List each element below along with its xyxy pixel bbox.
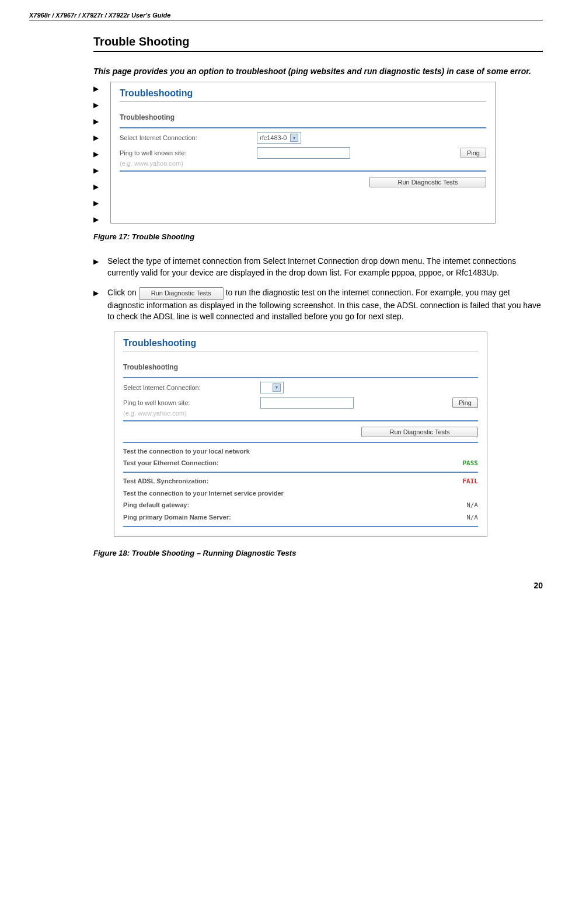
instruction-list: ▶ Select the type of internet connection…: [93, 256, 543, 323]
figure-18-caption: Figure 18: Trouble Shooting – Running Di…: [93, 549, 543, 557]
figure-17-caption: Figure 17: Trouble Shooting: [93, 232, 543, 241]
divider: [123, 442, 478, 443]
screenshot-troubleshooting-2: Troubleshooting Troubleshooting Select I…: [114, 332, 487, 537]
ping-label: Ping to well known site:: [120, 149, 248, 156]
divider: [123, 377, 478, 378]
divider: [123, 420, 478, 421]
section-title: Trouble Shooting: [93, 35, 543, 52]
arrow-bullets: ▶ ▶ ▶ ▶ ▶ ▶ ▶ ▶ ▶: [93, 82, 99, 224]
bullet-text-1: Select the type of internet connection f…: [107, 256, 543, 278]
divider: [120, 127, 486, 128]
ping-button[interactable]: Ping: [452, 398, 478, 408]
select-connection-dropdown[interactable]: ▾: [260, 382, 284, 393]
panel-subtitle: Troubleshooting: [123, 363, 478, 371]
test-ethernet-result: PASS: [463, 459, 479, 467]
divider: [123, 472, 478, 473]
ping-hint: (e.g. www.yahoo.com): [123, 410, 478, 417]
test-gateway-result: N/A: [466, 501, 478, 509]
intro-text: This page provides you an option to trou…: [93, 67, 543, 76]
ping-label: Ping to well known site:: [123, 399, 252, 406]
arrow-icon: ▶: [93, 166, 99, 175]
chevron-down-icon: ▾: [273, 383, 281, 392]
test-ethernet-label: Test your Ethernet Connection:: [123, 459, 219, 467]
header-model-line: X7968r / X7967r / X7927r / X7922r User's…: [29, 12, 543, 20]
select-connection-label: Select Internet Connection:: [123, 384, 252, 391]
test-dns-result: N/A: [466, 514, 478, 521]
ping-button[interactable]: Ping: [461, 148, 486, 158]
inline-run-diagnostic-button: Run Diagnostic Tests: [139, 287, 224, 299]
test-adsl-label: Test ADSL Synchronization:: [123, 477, 208, 485]
arrow-icon: ▶: [93, 150, 99, 158]
arrow-icon: ▶: [93, 134, 99, 142]
arrow-icon: ▶: [93, 199, 99, 207]
section-local-network: Test the connection to your local networ…: [123, 448, 478, 455]
ping-input[interactable]: [260, 397, 354, 409]
test-adsl-result: FAIL: [463, 477, 479, 485]
arrow-icon: ▶: [93, 85, 99, 93]
bullet-text-2: Click on Run Diagnostic Tests to run the…: [107, 287, 543, 323]
panel-subtitle: Troubleshooting: [120, 113, 486, 121]
arrow-icon: ▶: [93, 256, 99, 278]
divider: [123, 526, 478, 527]
page-number: 20: [29, 581, 543, 590]
bullet2-pre: Click on: [107, 288, 139, 298]
test-gateway-label: Ping default gateway:: [123, 501, 189, 509]
panel-title: Troubleshooting: [120, 88, 486, 102]
arrow-icon: ▶: [93, 117, 99, 125]
divider: [120, 170, 486, 172]
arrow-icon: ▶: [93, 215, 99, 224]
ping-hint: (e.g. www.yahoo.com): [120, 160, 486, 167]
section-isp: Test the connection to your Internet ser…: [123, 490, 478, 497]
run-diagnostic-button[interactable]: Run Diagnostic Tests: [361, 427, 478, 437]
arrow-icon: ▶: [93, 287, 99, 323]
panel-title: Troubleshooting: [123, 338, 478, 351]
ping-input[interactable]: [257, 147, 350, 159]
select-value: rfc1483-0: [260, 134, 287, 141]
screenshot-troubleshooting-1: Troubleshooting Troubleshooting Select I…: [110, 82, 496, 224]
select-connection-dropdown[interactable]: rfc1483-0 ▾: [257, 132, 301, 144]
arrow-icon: ▶: [93, 183, 99, 191]
run-diagnostic-button[interactable]: Run Diagnostic Tests: [369, 177, 486, 187]
test-dns-label: Ping primary Domain Name Server:: [123, 514, 231, 521]
chevron-down-icon: ▾: [290, 134, 298, 142]
figure17-area: ▶ ▶ ▶ ▶ ▶ ▶ ▶ ▶ ▶ Troubleshooting Troubl…: [29, 82, 543, 224]
select-connection-label: Select Internet Connection:: [120, 134, 248, 141]
arrow-icon: ▶: [93, 101, 99, 109]
